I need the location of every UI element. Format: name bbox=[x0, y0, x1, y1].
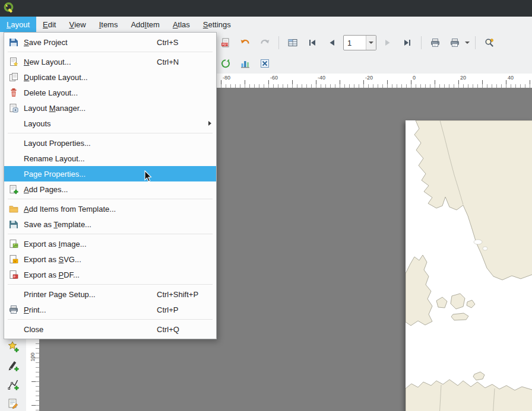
menubar-item-settings[interactable]: Settings bbox=[197, 17, 238, 32]
ruler-tick-label: -80 bbox=[223, 75, 230, 81]
menu-item-icon-empty bbox=[7, 289, 21, 300]
menu-item-label: Layout Properties... bbox=[24, 139, 157, 148]
menu-item-new-layout[interactable]: New Layout...Ctrl+N bbox=[4, 54, 216, 69]
menu-item-delete-layout[interactable]: Delete Layout... bbox=[4, 85, 216, 100]
menu-separator bbox=[8, 52, 213, 52]
menu-item-icon-empty bbox=[7, 153, 21, 164]
menu-item-label: Layouts bbox=[24, 119, 151, 128]
scale-button[interactable] bbox=[256, 55, 273, 72]
menu-item-icon-empty bbox=[7, 118, 21, 129]
menu-item-label: Rename Layout... bbox=[24, 154, 157, 163]
menu-item-add-pages[interactable]: Add Pages... bbox=[4, 181, 216, 197]
layout-page[interactable] bbox=[406, 120, 532, 411]
menu-item-label: Duplicate Layout... bbox=[24, 73, 157, 82]
toolbar-separator bbox=[421, 36, 422, 49]
menu-item-icon-empty bbox=[7, 138, 21, 148]
menu-item-label: Save as Template... bbox=[24, 220, 157, 229]
menu-item-save-as-template[interactable]: Save as Template... bbox=[4, 216, 216, 232]
menu-item-save-project[interactable]: Save ProjectCtrl+S bbox=[4, 34, 216, 50]
export-image-icon bbox=[7, 238, 21, 249]
print-atlas-button[interactable] bbox=[427, 34, 444, 51]
toolbar-separator bbox=[278, 36, 279, 49]
first-feature-button[interactable] bbox=[304, 34, 321, 51]
menu-item-layout-properties[interactable]: Layout Properties... bbox=[4, 135, 216, 151]
menu-item-printer-page-setup[interactable]: Printer Page Setup...Ctrl+Shift+P bbox=[4, 286, 216, 302]
ruler-tick-label: -60 bbox=[270, 75, 278, 81]
menu-item-add-items-from-template[interactable]: Add Items from Template... bbox=[4, 201, 216, 216]
menu-item-label: Add Pages... bbox=[24, 185, 157, 194]
menu-item-label: Save Project bbox=[24, 38, 157, 47]
menubar-item-items[interactable]: Items bbox=[93, 17, 125, 32]
menu-item-page-properties[interactable]: Page Properties... bbox=[4, 166, 216, 181]
redo-button[interactable] bbox=[256, 34, 273, 51]
export-svg-icon bbox=[7, 254, 21, 265]
previous-feature-button[interactable] bbox=[324, 34, 340, 51]
refresh-view-button[interactable] bbox=[217, 55, 234, 72]
menu-item-rename-layout[interactable]: Rename Layout... bbox=[4, 151, 216, 166]
menubar-item-layout[interactable]: Layout bbox=[0, 17, 36, 32]
menu-item-label: Close bbox=[24, 325, 157, 334]
map-item bbox=[406, 120, 532, 411]
qgis-layout-window: LayoutEditViewItemsAdd ItemAtlasSettings… bbox=[0, 0, 532, 411]
layout-manager-icon bbox=[7, 103, 21, 113]
menubar-item-add-item[interactable]: Add Item bbox=[124, 17, 166, 32]
menu-item-label: Printer Page Setup... bbox=[24, 290, 157, 299]
menu-item-label: Print... bbox=[24, 305, 157, 314]
chevron-down-icon[interactable] bbox=[366, 36, 376, 50]
add-pages-icon bbox=[7, 184, 21, 195]
menu-item-shortcut: Ctrl+S bbox=[157, 38, 211, 47]
folder-icon bbox=[7, 203, 21, 214]
export-pdf-icon bbox=[7, 269, 21, 280]
atlas-page-value: 1 bbox=[344, 39, 366, 47]
delete-layout-icon bbox=[7, 87, 21, 98]
menu-item-layouts[interactable]: Layouts bbox=[4, 116, 216, 131]
menu-item-export-as-image[interactable]: Export as Image... bbox=[4, 236, 216, 251]
add-marker-button[interactable] bbox=[5, 338, 21, 355]
menu-item-duplicate-layout[interactable]: Duplicate Layout... bbox=[4, 69, 216, 85]
menu-separator bbox=[8, 133, 213, 133]
menu-item-export-as-pdf[interactable]: Export as PDF... bbox=[4, 267, 216, 282]
ruler-tick-label: 0 bbox=[413, 75, 416, 81]
layout-menu-popup: Save ProjectCtrl+SNew Layout...Ctrl+NDup… bbox=[4, 32, 217, 339]
save-template-icon bbox=[7, 219, 21, 230]
menu-item-shortcut: Ctrl+N bbox=[157, 58, 211, 66]
export-pdf-button[interactable] bbox=[217, 34, 234, 51]
next-feature-button[interactable] bbox=[379, 34, 396, 51]
menu-item-layout-manager[interactable]: Layout Manager... bbox=[4, 100, 216, 116]
add-arrow-button[interactable] bbox=[5, 376, 21, 393]
ruler-tick-label: 20 bbox=[460, 75, 466, 81]
menu-separator bbox=[8, 234, 213, 234]
menu-item-label: Export as PDF... bbox=[24, 270, 157, 279]
menubar-item-atlas[interactable]: Atlas bbox=[166, 17, 197, 32]
menu-item-label: Delete Layout... bbox=[24, 88, 157, 97]
toolbar-separator bbox=[475, 36, 476, 49]
menu-separator bbox=[8, 284, 213, 285]
last-feature-button[interactable] bbox=[399, 34, 416, 51]
export-atlas-button[interactable] bbox=[481, 34, 498, 51]
print-layout-button[interactable] bbox=[446, 34, 463, 51]
menu-item-label: Add Items from Template... bbox=[24, 205, 157, 214]
menu-item-close[interactable]: CloseCtrl+Q bbox=[4, 321, 216, 337]
menu-item-shortcut: Ctrl+P bbox=[157, 305, 211, 314]
menubar: LayoutEditViewItemsAdd ItemAtlasSettings bbox=[0, 17, 532, 33]
menu-item-label: Page Properties... bbox=[24, 170, 157, 179]
menu-item-label: New Layout... bbox=[24, 58, 157, 66]
dropdown-arrow-icon[interactable] bbox=[465, 42, 470, 44]
atlas-preview-button[interactable] bbox=[284, 34, 301, 51]
atlas-page-combo[interactable]: 1 bbox=[343, 35, 376, 50]
menubar-item-edit[interactable]: Edit bbox=[36, 17, 62, 32]
statistics-button[interactable] bbox=[237, 55, 254, 72]
menubar-item-view[interactable]: View bbox=[62, 17, 92, 32]
menu-item-export-as-svg[interactable]: Export as SVG... bbox=[4, 251, 216, 267]
ruler-tick-label: 40 bbox=[508, 75, 514, 81]
print-icon bbox=[7, 304, 21, 315]
undo-button[interactable] bbox=[237, 34, 254, 51]
add-notes-button[interactable] bbox=[5, 395, 21, 411]
menu-item-print[interactable]: Print...Ctrl+P bbox=[4, 302, 216, 317]
menu-item-icon-empty bbox=[7, 168, 21, 179]
menu-item-shortcut: Ctrl+Q bbox=[157, 325, 211, 334]
ruler-tick-label: -20 bbox=[365, 75, 373, 81]
qgis-logo-icon bbox=[3, 2, 15, 15]
menu-separator bbox=[8, 319, 213, 320]
add-node-item-button[interactable] bbox=[5, 357, 21, 374]
